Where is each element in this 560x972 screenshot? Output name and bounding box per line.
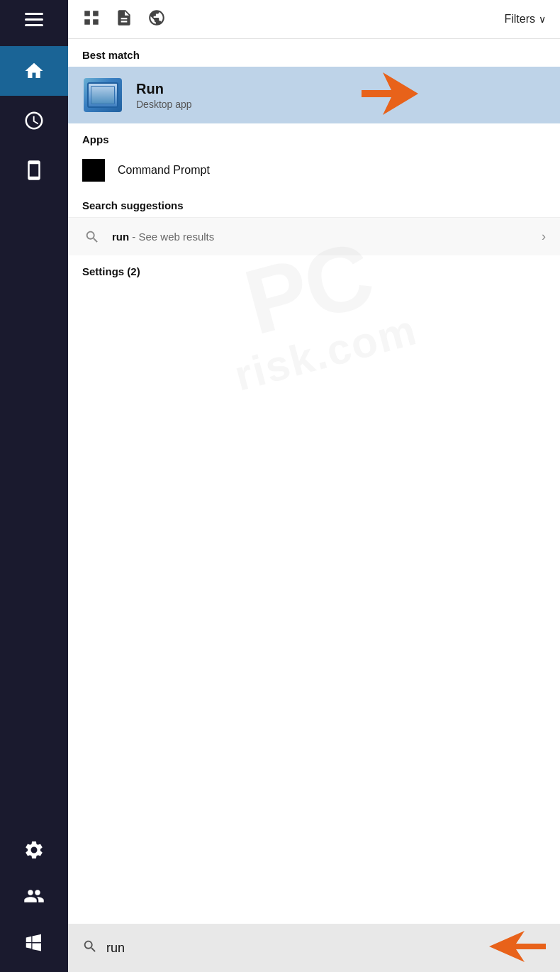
sidebar (0, 0, 68, 972)
settings-label: Settings (2) (68, 255, 560, 282)
sidebar-bottom (0, 827, 68, 972)
suggestion-chevron-icon: › (542, 229, 546, 244)
globe-icon[interactable] (147, 9, 166, 30)
search-suggestions-label: Search suggestions (68, 189, 560, 217)
main-content: Filters ∨ Best match Run Desktop app (68, 0, 560, 972)
sidebar-item-user[interactable] (0, 873, 68, 919)
suggestion-text: run - See web results (112, 231, 542, 243)
best-match-item[interactable]: Run Desktop app (68, 67, 560, 123)
sidebar-item-recent[interactable] (0, 96, 68, 145)
run-app-icon (82, 77, 123, 114)
apps-label: Apps (68, 123, 560, 151)
results-area: Best match Run Desktop app Apps (68, 39, 560, 972)
windows-icon (23, 932, 45, 953)
recent-icon (23, 110, 45, 131)
document-icon[interactable] (115, 9, 133, 30)
best-match-label: Best match (68, 39, 560, 67)
chevron-down-icon: ∨ (539, 13, 546, 25)
settings-icon (23, 839, 45, 861)
grid-view-icon[interactable] (82, 9, 101, 30)
sidebar-menu-button[interactable] (0, 0, 68, 39)
sidebar-item-settings[interactable] (0, 827, 68, 873)
search-suggestion-icon (82, 227, 102, 247)
filters-label: Filters (504, 13, 535, 26)
filters-button[interactable]: Filters ∨ (504, 13, 546, 26)
home-icon (23, 60, 45, 82)
best-match-subtitle: Desktop app (136, 99, 192, 110)
search-bar (68, 924, 560, 972)
search-input[interactable] (106, 941, 475, 956)
app-name-command-prompt: Command Prompt (118, 164, 210, 177)
hamburger-icon (25, 13, 43, 26)
svg-marker-1 (489, 931, 546, 962)
sidebar-nav (0, 39, 68, 827)
suggestion-query: run (112, 231, 129, 243)
suggestion-suffix: - See web results (129, 231, 214, 243)
topbar: Filters ∨ (68, 0, 560, 39)
best-match-text: Run Desktop app (136, 81, 192, 110)
best-match-title: Run (136, 81, 192, 97)
web-search-suggestion[interactable]: run - See web results › (68, 217, 560, 255)
sidebar-item-phone[interactable] (0, 145, 68, 195)
search-bar-icon (82, 939, 98, 958)
sidebar-item-home[interactable] (0, 46, 68, 96)
user-icon (23, 885, 45, 907)
arrow-annotation-search (489, 931, 546, 965)
arrow-annotation-run (362, 72, 418, 118)
topbar-icons (82, 9, 166, 30)
cmd-icon (82, 159, 105, 182)
phone-icon (23, 160, 45, 181)
svg-marker-0 (362, 72, 418, 115)
sidebar-item-start[interactable] (0, 919, 68, 965)
command-prompt-item[interactable]: Command Prompt (68, 151, 560, 189)
